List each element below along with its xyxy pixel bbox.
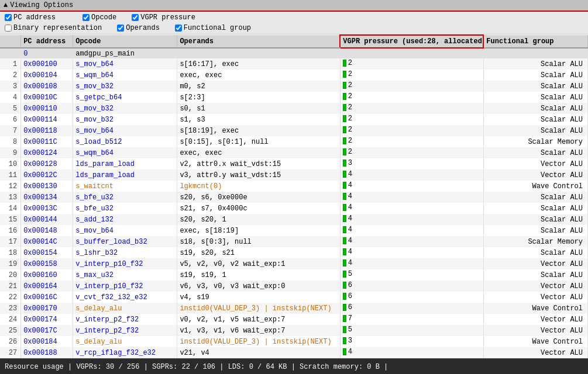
checkbox-operands[interactable] — [117, 25, 124, 32]
cell-pc: 0x000160 — [21, 269, 73, 280]
cell-opcode: lds_param_load — [73, 169, 177, 181]
cell-functional-group: Vector ALU — [483, 347, 587, 358]
cell-idx: 24 — [0, 314, 21, 325]
cell-operands: s1, s3 — [177, 114, 340, 125]
cell-functional-group: Scalar Memory — [483, 136, 587, 147]
cell-idx: 3 — [0, 81, 21, 92]
cell-idx: 2 — [0, 70, 21, 81]
checkbox-vgpr-pressure[interactable] — [132, 14, 139, 21]
option-functional-group[interactable]: Functional group — [175, 24, 251, 32]
option-pc-address[interactable]: PC address — [5, 13, 56, 22]
cell-idx — [0, 48, 21, 58]
cell-pc: 0x000174 — [21, 314, 73, 325]
cell-vgpr: 4 — [340, 192, 483, 203]
cell-pc: 0x000118 — [21, 125, 73, 136]
top-bar: ▲ Viewing Options — [0, 0, 588, 12]
vgpr-bar-indicator — [343, 248, 346, 255]
cell-idx: 7 — [0, 125, 21, 136]
cell-opcode: amdgpu_ps_main — [73, 48, 177, 58]
vgpr-number: 2 — [348, 148, 352, 156]
vgpr-number: 4 — [348, 248, 352, 256]
option-opcode[interactable]: Opcode — [82, 13, 116, 22]
checkbox-pc-address[interactable] — [5, 14, 12, 21]
cell-idx: 17 — [0, 236, 21, 247]
collapse-arrow[interactable]: ▲ — [4, 1, 8, 9]
cell-idx: 22 — [0, 292, 21, 303]
table-row: 120x000130s_waitcntlgkmcnt(0)4Wave Contr… — [0, 181, 588, 192]
vgpr-number: 6 — [348, 281, 352, 289]
cell-vgpr: 4 — [340, 258, 483, 269]
cell-vgpr: 6 — [340, 280, 483, 292]
cell-vgpr: 3 — [340, 158, 483, 169]
vgpr-bar-indicator — [343, 337, 346, 344]
cell-opcode: s_mov_b32 — [73, 114, 177, 125]
cell-pc: 0x00017C — [21, 325, 73, 336]
vgpr-number: 2 — [348, 126, 352, 134]
cell-vgpr: 4 — [340, 214, 483, 225]
cell-operands: s[0:15], s[0:1], null — [177, 136, 340, 147]
option-binary-rep[interactable]: Binary representation — [5, 24, 102, 32]
cell-vgpr: 4 — [340, 247, 483, 258]
cell-functional-group: Vector ALU — [483, 292, 587, 303]
cell-operands: s19, s20, s21 — [177, 247, 340, 258]
cell-pc: 0x000124 — [21, 147, 73, 158]
cell-idx: 19 — [0, 258, 21, 269]
cell-pc: 0x00010C — [21, 92, 73, 103]
table-row: 240x000174v_interp_p2_f32v0, v2, v1, v5 … — [0, 314, 588, 325]
cell-opcode: s_mov_b32 — [73, 81, 177, 92]
vgpr-bar-indicator — [343, 104, 346, 111]
cell-idx: 8 — [0, 136, 21, 147]
vgpr-bar-indicator — [343, 82, 346, 89]
cell-functional-group: Scalar ALU — [483, 192, 587, 203]
vgpr-bar-indicator — [343, 282, 346, 289]
vgpr-number: 4 — [348, 192, 352, 200]
option-operands[interactable]: Operands — [117, 24, 160, 32]
cell-idx: 16 — [0, 225, 21, 236]
cell-opcode: v_interp_p10_f32 — [73, 258, 177, 269]
table-row: 90x000124s_wqm_b64exec, exec2Scalar ALU — [0, 147, 588, 158]
cell-functional-group: Scalar ALU — [483, 92, 587, 103]
option-vgpr-pressure[interactable]: VGPR pressure — [132, 13, 195, 22]
vgpr-number: 4 — [348, 203, 352, 212]
table-row: 0amdgpu_ps_main — [0, 48, 588, 58]
cell-vgpr: 2 — [340, 81, 483, 92]
checkbox-opcode[interactable] — [82, 14, 90, 21]
cell-opcode: v_interp_p2_f32 — [73, 325, 177, 336]
cell-opcode: s_delay_alu — [73, 303, 177, 314]
vgpr-bar-indicator — [343, 93, 346, 100]
col-header-vgpr: VGPR pressure (used:28, allocated:32/256… — [340, 35, 483, 48]
cell-opcode: s_bfe_u32 — [73, 203, 177, 214]
cell-operands: s18, s[0:3], null — [177, 236, 340, 247]
vgpr-bar-indicator — [343, 126, 346, 133]
vgpr-bar-indicator — [343, 204, 346, 211]
vgpr-bar-indicator — [343, 259, 346, 266]
checkbox-functional-group[interactable] — [175, 25, 182, 32]
cell-functional-group — [483, 48, 587, 58]
checkbox-binary-rep[interactable] — [5, 25, 12, 32]
cell-operands: exec, s[18:19] — [177, 225, 340, 236]
table-row: 200x000160s_max_u32s19, s19, 15Scalar AL… — [0, 269, 588, 280]
cell-functional-group: Vector ALU — [483, 314, 587, 325]
vgpr-bar-indicator — [343, 193, 346, 200]
cell-opcode: v_interp_p2_f32 — [73, 314, 177, 325]
cell-operands: v2, attr0.x wait_vdst:15 — [177, 158, 340, 169]
cell-idx: 10 — [0, 158, 21, 169]
cell-pc: 0x000148 — [21, 225, 73, 236]
cell-pc: 0x00013C — [21, 203, 73, 214]
cell-opcode: s_load_b512 — [73, 136, 177, 147]
cell-vgpr: 4 — [340, 181, 483, 192]
cell-idx: 6 — [0, 114, 21, 125]
cell-idx: 11 — [0, 169, 21, 181]
table-row: 20x000104s_wqm_b64exec, exec2Scalar ALU — [0, 70, 588, 81]
vgpr-number: 2 — [348, 115, 352, 123]
cell-opcode: v_cvt_f32_i32_e32 — [73, 292, 177, 303]
cell-operands: s0, s1 — [177, 103, 340, 114]
cell-pc: 0x00012C — [21, 169, 73, 181]
table-body: 0amdgpu_ps_main10x000100s_mov_b64s[16:17… — [0, 48, 588, 358]
table-row: 40x00010Cs_getpc_b64s[2:3]2Scalar ALU — [0, 92, 588, 103]
vgpr-bar-indicator — [343, 271, 346, 278]
cell-pc: 0x000188 — [21, 347, 73, 358]
cell-operands: exec, exec — [177, 147, 340, 158]
table-row: 210x000164v_interp_p10_f32v6, v3, v0, v3… — [0, 280, 588, 292]
cell-operands: s[2:3] — [177, 92, 340, 103]
